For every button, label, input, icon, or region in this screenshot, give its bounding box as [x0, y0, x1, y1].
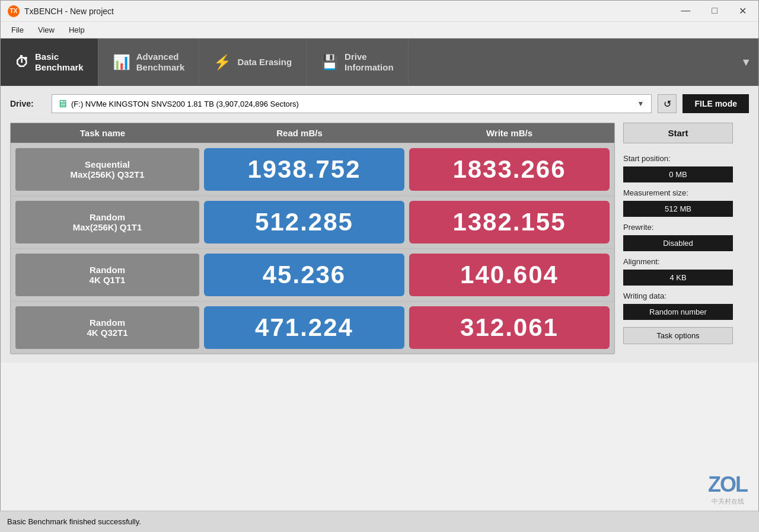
drive-label: Drive:: [10, 99, 46, 108]
writing-data-value[interactable]: Random number: [623, 304, 733, 320]
start-position-label: Start position:: [623, 154, 733, 163]
measurement-size-value[interactable]: 512 MB: [623, 201, 733, 217]
title-bar-left: TX TxBENCH - New project: [8, 5, 114, 17]
drive-select-content: 🖥 (F:) NVMe KINGSTON SNVS200 1.81 TB (3,…: [57, 98, 299, 110]
status-text: Basic Benchmark finished successfully.: [7, 517, 141, 526]
refresh-button[interactable]: ↺: [658, 94, 677, 113]
app-icon: TX: [8, 5, 20, 17]
toolbar-dropdown[interactable]: ▼: [734, 39, 758, 86]
read-value-random-256k: 512.285: [204, 201, 404, 243]
header-task-name: Task name: [11, 128, 194, 138]
data-erasing-icon: ⚡: [213, 54, 231, 70]
advanced-benchmark-icon: 📊: [113, 54, 130, 70]
drive-dropdown-arrow: ▼: [637, 100, 645, 108]
write-value-random-256k: 1382.155: [409, 201, 610, 243]
title-bar: TX TxBENCH - New project — □ ✕: [1, 1, 758, 22]
drive-row: Drive: 🖥 (F:) NVMe KINGSTON SNVS200 1.81…: [10, 94, 749, 113]
tab-advanced-benchmark[interactable]: 📊 AdvancedBenchmark: [98, 39, 200, 86]
toolbar: ⏱ BasicBenchmark 📊 AdvancedBenchmark ⚡ D…: [1, 39, 758, 86]
main-content: Drive: 🖥 (F:) NVMe KINGSTON SNVS200 1.81…: [1, 86, 758, 363]
basic-benchmark-label: BasicBenchmark: [35, 52, 84, 73]
close-button[interactable]: ✕: [734, 4, 751, 18]
task-options-button[interactable]: Task options: [623, 327, 733, 344]
zol-subtitle: 中关村在线: [708, 497, 747, 506]
table-row: Random4K Q32T1 471.224 312.061: [11, 301, 614, 354]
menu-bar: File View Help: [1, 22, 758, 39]
benchmark-table: Task name Read mB/s Write mB/s Sequentia…: [10, 123, 615, 354]
file-mode-button[interactable]: FILE mode: [683, 94, 749, 113]
data-erasing-label: Data Erasing: [237, 57, 292, 68]
drive-select-text: (F:) NVMe KINGSTON SNVS200 1.81 TB (3,90…: [71, 100, 299, 108]
tab-drive-information[interactable]: 💾 DriveInformation: [307, 39, 409, 86]
zol-logo: ZOL: [708, 472, 747, 497]
read-value-random-4k-q1: 45.236: [204, 254, 404, 296]
menu-help[interactable]: Help: [63, 24, 91, 36]
title-bar-controls: — □ ✕: [676, 4, 751, 18]
write-value-sequential: 1833.266: [409, 148, 610, 191]
start-button[interactable]: Start: [623, 123, 733, 143]
read-value-random-4k-q32: 471.224: [204, 306, 404, 349]
menu-file[interactable]: File: [5, 24, 30, 36]
table-row: SequentialMax(256K) Q32T1 1938.752 1833.…: [11, 143, 614, 196]
task-name-sequential: SequentialMax(256K) Q32T1: [15, 148, 199, 191]
alignment-value[interactable]: 4 KB: [623, 270, 733, 286]
write-value-random-4k-q32: 312.061: [409, 306, 610, 349]
drive-information-icon: 💾: [321, 54, 339, 70]
task-name-random-4k-q32: Random4K Q32T1: [15, 306, 199, 349]
drive-select[interactable]: 🖥 (F:) NVMe KINGSTON SNVS200 1.81 TB (3,…: [52, 94, 652, 113]
alignment-label: Alignment:: [623, 257, 733, 266]
write-value-random-4k-q1: 140.604: [409, 254, 610, 296]
drive-select-icon: 🖥: [57, 98, 68, 110]
table-row: Random4K Q1T1 45.236 140.604: [11, 248, 614, 301]
prewrite-value[interactable]: Disabled: [623, 235, 733, 251]
advanced-benchmark-label: AdvancedBenchmark: [136, 52, 185, 73]
minimize-button[interactable]: —: [676, 4, 695, 18]
writing-data-label: Writing data:: [623, 291, 733, 300]
read-value-sequential: 1938.752: [204, 148, 404, 191]
task-name-random-256k: RandomMax(256K) Q1T1: [15, 201, 199, 243]
zol-watermark: ZOL 中关村在线: [708, 472, 747, 506]
drive-information-label: DriveInformation: [345, 52, 394, 73]
menu-view[interactable]: View: [32, 24, 60, 36]
tab-basic-benchmark[interactable]: ⏱ BasicBenchmark: [1, 39, 98, 86]
task-name-random-4k-q1: Random4K Q1T1: [15, 254, 199, 296]
table-row: RandomMax(256K) Q1T1 512.285 1382.155: [11, 196, 614, 248]
header-read: Read mB/s: [194, 128, 404, 138]
maximize-button[interactable]: □: [707, 4, 722, 18]
start-position-value[interactable]: 0 MB: [623, 166, 733, 182]
measurement-size-label: Measurement size:: [623, 188, 733, 197]
status-bar: Basic Benchmark finished successfully.: [0, 511, 759, 532]
basic-benchmark-icon: ⏱: [15, 54, 29, 70]
table-header: Task name Read mB/s Write mB/s: [11, 123, 614, 143]
right-panel: Start Start position: 0 MB Measurement s…: [623, 123, 733, 344]
tab-data-erasing[interactable]: ⚡ Data Erasing: [199, 39, 307, 86]
content-wrapper: Task name Read mB/s Write mB/s Sequentia…: [10, 123, 749, 354]
window-title: TxBENCH - New project: [24, 7, 114, 16]
prewrite-label: Prewrite:: [623, 223, 733, 232]
header-write: Write mB/s: [404, 128, 614, 138]
